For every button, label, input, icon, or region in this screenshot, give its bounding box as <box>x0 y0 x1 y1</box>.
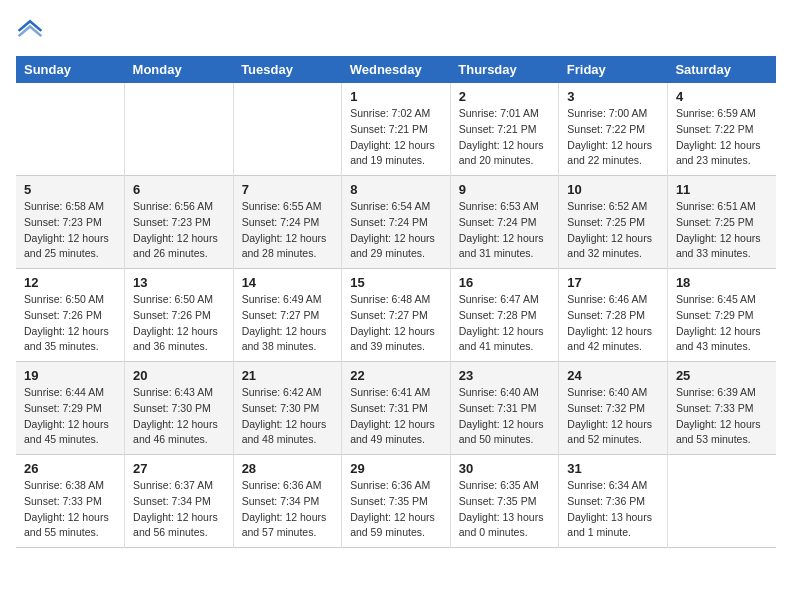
calendar-cell: 27Sunrise: 6:37 AM Sunset: 7:34 PM Dayli… <box>125 455 234 548</box>
day-number: 24 <box>567 368 659 383</box>
calendar-cell <box>233 83 342 176</box>
day-number: 3 <box>567 89 659 104</box>
page-header <box>16 16 776 44</box>
calendar-cell: 14Sunrise: 6:49 AM Sunset: 7:27 PM Dayli… <box>233 269 342 362</box>
calendar-cell: 8Sunrise: 6:54 AM Sunset: 7:24 PM Daylig… <box>342 176 451 269</box>
calendar-cell: 11Sunrise: 6:51 AM Sunset: 7:25 PM Dayli… <box>667 176 776 269</box>
calendar-cell: 25Sunrise: 6:39 AM Sunset: 7:33 PM Dayli… <box>667 362 776 455</box>
day-info: Sunrise: 6:46 AM Sunset: 7:28 PM Dayligh… <box>567 292 659 355</box>
calendar-week-row: 12Sunrise: 6:50 AM Sunset: 7:26 PM Dayli… <box>16 269 776 362</box>
calendar-cell: 9Sunrise: 6:53 AM Sunset: 7:24 PM Daylig… <box>450 176 559 269</box>
day-info: Sunrise: 6:52 AM Sunset: 7:25 PM Dayligh… <box>567 199 659 262</box>
day-number: 6 <box>133 182 225 197</box>
weekday-header-sunday: Sunday <box>16 56 125 83</box>
day-info: Sunrise: 6:56 AM Sunset: 7:23 PM Dayligh… <box>133 199 225 262</box>
day-info: Sunrise: 6:48 AM Sunset: 7:27 PM Dayligh… <box>350 292 442 355</box>
calendar-cell <box>125 83 234 176</box>
calendar-cell: 21Sunrise: 6:42 AM Sunset: 7:30 PM Dayli… <box>233 362 342 455</box>
day-number: 8 <box>350 182 442 197</box>
day-info: Sunrise: 6:36 AM Sunset: 7:34 PM Dayligh… <box>242 478 334 541</box>
calendar-cell: 3Sunrise: 7:00 AM Sunset: 7:22 PM Daylig… <box>559 83 668 176</box>
day-info: Sunrise: 6:47 AM Sunset: 7:28 PM Dayligh… <box>459 292 551 355</box>
calendar-header: SundayMondayTuesdayWednesdayThursdayFrid… <box>16 56 776 83</box>
day-number: 19 <box>24 368 116 383</box>
calendar-cell: 22Sunrise: 6:41 AM Sunset: 7:31 PM Dayli… <box>342 362 451 455</box>
day-info: Sunrise: 6:51 AM Sunset: 7:25 PM Dayligh… <box>676 199 768 262</box>
day-number: 16 <box>459 275 551 290</box>
calendar-week-row: 19Sunrise: 6:44 AM Sunset: 7:29 PM Dayli… <box>16 362 776 455</box>
day-info: Sunrise: 6:42 AM Sunset: 7:30 PM Dayligh… <box>242 385 334 448</box>
day-info: Sunrise: 6:55 AM Sunset: 7:24 PM Dayligh… <box>242 199 334 262</box>
day-number: 5 <box>24 182 116 197</box>
day-number: 28 <box>242 461 334 476</box>
day-info: Sunrise: 6:45 AM Sunset: 7:29 PM Dayligh… <box>676 292 768 355</box>
calendar-week-row: 5Sunrise: 6:58 AM Sunset: 7:23 PM Daylig… <box>16 176 776 269</box>
day-info: Sunrise: 6:34 AM Sunset: 7:36 PM Dayligh… <box>567 478 659 541</box>
day-info: Sunrise: 6:44 AM Sunset: 7:29 PM Dayligh… <box>24 385 116 448</box>
day-info: Sunrise: 6:54 AM Sunset: 7:24 PM Dayligh… <box>350 199 442 262</box>
day-info: Sunrise: 6:37 AM Sunset: 7:34 PM Dayligh… <box>133 478 225 541</box>
day-number: 25 <box>676 368 768 383</box>
weekday-header-saturday: Saturday <box>667 56 776 83</box>
day-number: 4 <box>676 89 768 104</box>
calendar-cell: 12Sunrise: 6:50 AM Sunset: 7:26 PM Dayli… <box>16 269 125 362</box>
day-number: 1 <box>350 89 442 104</box>
day-number: 17 <box>567 275 659 290</box>
calendar-cell: 28Sunrise: 6:36 AM Sunset: 7:34 PM Dayli… <box>233 455 342 548</box>
day-number: 10 <box>567 182 659 197</box>
day-number: 20 <box>133 368 225 383</box>
day-info: Sunrise: 6:38 AM Sunset: 7:33 PM Dayligh… <box>24 478 116 541</box>
calendar-cell: 23Sunrise: 6:40 AM Sunset: 7:31 PM Dayli… <box>450 362 559 455</box>
day-number: 12 <box>24 275 116 290</box>
day-number: 9 <box>459 182 551 197</box>
day-info: Sunrise: 6:35 AM Sunset: 7:35 PM Dayligh… <box>459 478 551 541</box>
day-info: Sunrise: 6:53 AM Sunset: 7:24 PM Dayligh… <box>459 199 551 262</box>
day-info: Sunrise: 7:02 AM Sunset: 7:21 PM Dayligh… <box>350 106 442 169</box>
day-number: 30 <box>459 461 551 476</box>
day-number: 29 <box>350 461 442 476</box>
day-number: 14 <box>242 275 334 290</box>
calendar-cell: 29Sunrise: 6:36 AM Sunset: 7:35 PM Dayli… <box>342 455 451 548</box>
weekday-header-tuesday: Tuesday <box>233 56 342 83</box>
logo-icon <box>16 16 44 44</box>
calendar-cell: 2Sunrise: 7:01 AM Sunset: 7:21 PM Daylig… <box>450 83 559 176</box>
calendar-cell <box>667 455 776 548</box>
day-info: Sunrise: 6:40 AM Sunset: 7:31 PM Dayligh… <box>459 385 551 448</box>
day-number: 21 <box>242 368 334 383</box>
day-info: Sunrise: 7:00 AM Sunset: 7:22 PM Dayligh… <box>567 106 659 169</box>
calendar-cell: 6Sunrise: 6:56 AM Sunset: 7:23 PM Daylig… <box>125 176 234 269</box>
calendar-cell: 15Sunrise: 6:48 AM Sunset: 7:27 PM Dayli… <box>342 269 451 362</box>
calendar-cell: 13Sunrise: 6:50 AM Sunset: 7:26 PM Dayli… <box>125 269 234 362</box>
day-info: Sunrise: 6:40 AM Sunset: 7:32 PM Dayligh… <box>567 385 659 448</box>
day-number: 18 <box>676 275 768 290</box>
calendar-cell: 31Sunrise: 6:34 AM Sunset: 7:36 PM Dayli… <box>559 455 668 548</box>
day-number: 13 <box>133 275 225 290</box>
weekday-header-wednesday: Wednesday <box>342 56 451 83</box>
day-info: Sunrise: 6:49 AM Sunset: 7:27 PM Dayligh… <box>242 292 334 355</box>
calendar-cell: 4Sunrise: 6:59 AM Sunset: 7:22 PM Daylig… <box>667 83 776 176</box>
calendar-cell: 26Sunrise: 6:38 AM Sunset: 7:33 PM Dayli… <box>16 455 125 548</box>
calendar-cell <box>16 83 125 176</box>
calendar-cell: 17Sunrise: 6:46 AM Sunset: 7:28 PM Dayli… <box>559 269 668 362</box>
day-info: Sunrise: 6:43 AM Sunset: 7:30 PM Dayligh… <box>133 385 225 448</box>
calendar-cell: 10Sunrise: 6:52 AM Sunset: 7:25 PM Dayli… <box>559 176 668 269</box>
logo <box>16 16 48 44</box>
day-info: Sunrise: 6:50 AM Sunset: 7:26 PM Dayligh… <box>24 292 116 355</box>
calendar-cell: 1Sunrise: 7:02 AM Sunset: 7:21 PM Daylig… <box>342 83 451 176</box>
svg-marker-1 <box>18 25 43 37</box>
day-info: Sunrise: 6:59 AM Sunset: 7:22 PM Dayligh… <box>676 106 768 169</box>
calendar-cell: 30Sunrise: 6:35 AM Sunset: 7:35 PM Dayli… <box>450 455 559 548</box>
day-number: 26 <box>24 461 116 476</box>
calendar-cell: 19Sunrise: 6:44 AM Sunset: 7:29 PM Dayli… <box>16 362 125 455</box>
day-number: 2 <box>459 89 551 104</box>
day-number: 27 <box>133 461 225 476</box>
day-number: 23 <box>459 368 551 383</box>
calendar-cell: 18Sunrise: 6:45 AM Sunset: 7:29 PM Dayli… <box>667 269 776 362</box>
calendar-cell: 7Sunrise: 6:55 AM Sunset: 7:24 PM Daylig… <box>233 176 342 269</box>
calendar-cell: 5Sunrise: 6:58 AM Sunset: 7:23 PM Daylig… <box>16 176 125 269</box>
day-info: Sunrise: 7:01 AM Sunset: 7:21 PM Dayligh… <box>459 106 551 169</box>
calendar-week-row: 1Sunrise: 7:02 AM Sunset: 7:21 PM Daylig… <box>16 83 776 176</box>
calendar-table: SundayMondayTuesdayWednesdayThursdayFrid… <box>16 56 776 548</box>
calendar-cell: 16Sunrise: 6:47 AM Sunset: 7:28 PM Dayli… <box>450 269 559 362</box>
day-number: 7 <box>242 182 334 197</box>
